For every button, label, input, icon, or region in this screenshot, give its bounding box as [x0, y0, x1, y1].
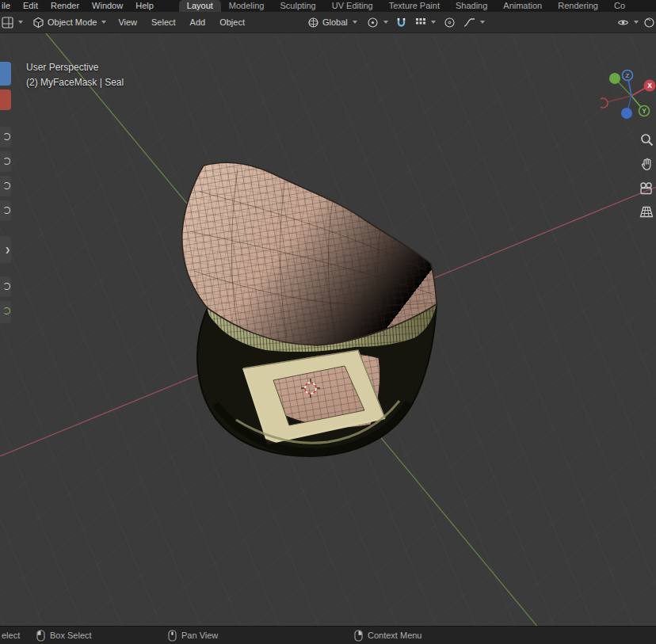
tool-move-button[interactable]: [0, 127, 11, 147]
tool-measure-button[interactable]: [0, 276, 11, 297]
tab-texture-paint[interactable]: Texture Paint: [381, 0, 448, 12]
tool-rotate-button[interactable]: [0, 151, 11, 172]
menu-viewport-view[interactable]: View: [111, 17, 144, 27]
mouse-middle-icon: [168, 630, 177, 642]
chevron-down-icon: [383, 21, 388, 24]
menu-help[interactable]: Help: [129, 0, 160, 12]
gizmo-axis-neg-y[interactable]: [609, 73, 620, 84]
menu-viewport-add[interactable]: Add: [183, 17, 213, 27]
menu-viewport-object[interactable]: Object: [212, 17, 252, 27]
viewport-nav-buttons: [639, 133, 654, 218]
falloff-select[interactable]: [459, 17, 490, 29]
perspective-label: User Perspective: [26, 60, 124, 75]
snap-settings-select[interactable]: [410, 17, 441, 29]
object-mode-icon: [32, 17, 44, 29]
pivot-point-select[interactable]: [362, 17, 393, 29]
tool-add-cube-button[interactable]: [0, 301, 11, 323]
viewport-canvas: [0, 33, 656, 626]
pivot-point-icon: [367, 17, 379, 29]
statusbar: elect Box Select Pan View Context Menu: [0, 626, 656, 644]
viewport-header: Object Mode View Select Add Object Globa…: [0, 12, 656, 33]
shading-sphere-icon: [643, 17, 655, 29]
chevron-down-icon: [353, 21, 357, 24]
tool-cursor-button[interactable]: [0, 90, 11, 110]
object-mode-label: Object Mode: [48, 17, 97, 27]
transform-orientation-select[interactable]: Global: [303, 17, 362, 29]
pan-hand-icon[interactable]: [640, 158, 654, 171]
menu-window[interactable]: Window: [86, 0, 129, 12]
tool-annotate-button[interactable]: ❯: [0, 236, 11, 263]
tab-sculpting[interactable]: Sculpting: [272, 0, 323, 12]
menu-edit[interactable]: Edit: [17, 0, 44, 12]
chevron-down-icon: [431, 21, 436, 24]
menu-file[interactable]: ile: [0, 0, 17, 12]
tool-scale-button[interactable]: [0, 176, 11, 196]
gizmo-y-label: Y: [642, 107, 646, 115]
status-context-menu-label: Context Menu: [368, 631, 421, 640]
mouse-left-icon: [36, 630, 45, 642]
active-object-label: (2) MyFaceMask | Seal: [26, 75, 124, 90]
editor-type-selector[interactable]: [0, 17, 28, 29]
tab-rendering[interactable]: Rendering: [550, 0, 606, 12]
editor-type-icon: [2, 17, 13, 29]
3d-viewport[interactable]: User Perspective (2) MyFaceMask | Seal ❯…: [0, 33, 656, 626]
tab-compositing[interactable]: Co: [606, 0, 633, 12]
tool-select-box-button[interactable]: [0, 62, 11, 86]
menu-viewport-select[interactable]: Select: [144, 17, 183, 27]
chevron-down-icon: [18, 21, 23, 24]
navigation-gizmo[interactable]: Z X Y: [601, 68, 656, 125]
topbar: ile Edit Render Window Help Layout Model…: [0, 0, 656, 12]
transform-orientation-icon: [307, 17, 319, 29]
proportional-edit-toggle[interactable]: [441, 17, 459, 29]
gizmo-x-label: X: [647, 82, 652, 90]
camera-view-icon[interactable]: [639, 182, 654, 195]
orientation-label: Global: [322, 17, 348, 27]
tab-shading[interactable]: Shading: [448, 0, 495, 12]
tab-modeling[interactable]: Modeling: [221, 0, 273, 12]
chevron-down-icon: [634, 21, 639, 24]
chevron-down-icon: [480, 21, 485, 24]
shading-mode-buttons[interactable]: [643, 17, 656, 29]
snap-grid-icon: [414, 17, 426, 29]
eye-icon: [617, 17, 629, 29]
tab-layout[interactable]: Layout: [179, 0, 221, 12]
chevron-down-icon: [101, 21, 106, 24]
snap-toggle[interactable]: [393, 17, 410, 29]
viewport-info-overlay: User Perspective (2) MyFaceMask | Seal: [26, 60, 124, 90]
perspective-toggle-icon[interactable]: [639, 206, 654, 218]
tab-animation[interactable]: Animation: [495, 0, 550, 12]
zoom-icon[interactable]: [640, 133, 654, 147]
status-pan-view-label: Pan View: [181, 631, 218, 640]
menu-render[interactable]: Render: [44, 0, 86, 12]
magnet-icon: [395, 17, 407, 29]
status-select-label: elect: [2, 631, 20, 640]
mouse-right-icon: [354, 630, 363, 642]
workspace-tabs: Layout Modeling Sculpting UV Editing Tex…: [179, 0, 633, 12]
tab-uv-editing[interactable]: UV Editing: [324, 0, 381, 12]
gizmo-axis-neg-x[interactable]: [601, 98, 608, 108]
tool-transform-button[interactable]: [0, 200, 11, 221]
object-mode-select[interactable]: Object Mode: [28, 17, 111, 29]
falloff-curve-icon: [463, 17, 475, 29]
proportional-edit-icon: [444, 17, 456, 29]
status-box-select-label: Box Select: [50, 631, 92, 640]
gizmo-z-label: Z: [626, 72, 630, 79]
toolbar-left: ❯: [0, 62, 11, 327]
show-gizmo-select[interactable]: [612, 17, 643, 29]
gizmo-axis-neg-z[interactable]: [621, 108, 632, 119]
